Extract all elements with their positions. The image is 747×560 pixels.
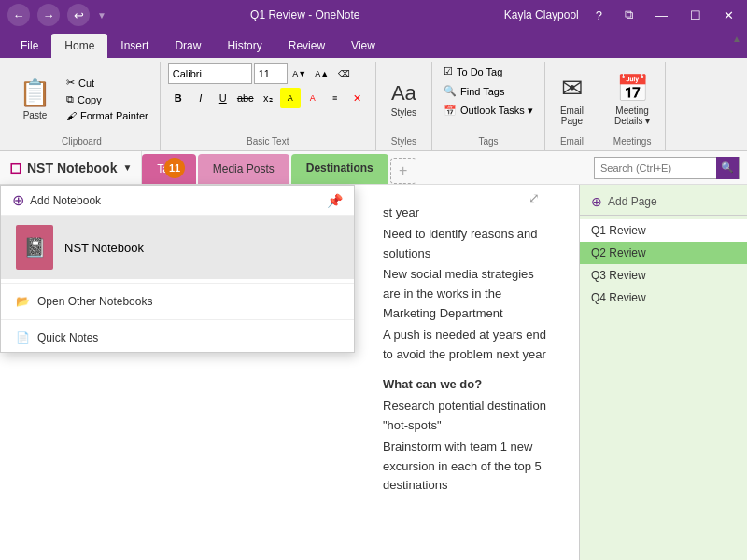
format-buttons: B I U abc x₂ A A ≡ ✕ [168, 88, 368, 108]
undo-button[interactable]: ↩ [67, 4, 90, 26]
quick-notes-button[interactable]: 📄 Quick Notes [1, 324, 354, 352]
tags-label: Tags [478, 136, 498, 148]
page-item-q1[interactable]: Q1 Review [580, 219, 747, 242]
title-bar-title: Q1 Review - OneNote [106, 8, 504, 21]
meetings-content: 📅 Meeting Details ▾ [607, 63, 657, 134]
email-label: Email Page [560, 105, 584, 126]
tab-draw[interactable]: Draw [162, 34, 214, 58]
basic-text-label: Basic Text [247, 136, 289, 148]
user-name: Kayla Claypool [504, 8, 579, 21]
close-button[interactable]: ✕ [718, 7, 740, 24]
page-item-q3[interactable]: Q3 Review [580, 264, 747, 287]
notebook-badge: 11 [164, 158, 185, 178]
increase-font-button[interactable]: A▲ [312, 63, 332, 84]
ribbon-tab-row: File Home Insert Draw History Review Vie… [0, 30, 747, 58]
font-name-input[interactable] [168, 63, 252, 84]
subscript-button[interactable]: x₂ [258, 88, 278, 108]
cut-button[interactable]: ✂Cut [63, 75, 152, 91]
back-button[interactable]: ← [7, 4, 30, 26]
notebook-dropdown: ⊕ Add Notebook 📌 📓 NST Notebook 📂 Open O… [0, 185, 355, 353]
restore-button[interactable]: ⧉ [619, 6, 639, 24]
search-button[interactable]: 🔍 [716, 157, 739, 179]
title-bar-left: ← → ↩ ▼ [7, 4, 106, 26]
tags-content: ☑ To Do Tag 🔍 Find Tags 📅 Outlook Tasks … [440, 63, 537, 134]
meetings-label: Meetings [613, 136, 652, 148]
meeting-details-button[interactable]: 📅 Meeting Details ▾ [607, 65, 657, 133]
copy-button[interactable]: ⧉Copy [63, 91, 152, 107]
remove-format-button[interactable]: ✕ [347, 88, 368, 108]
tab-media-posts[interactable]: Media Posts [198, 154, 289, 184]
outlook-tasks-button[interactable]: 📅 Outlook Tasks ▾ [440, 103, 537, 119]
email-content: ✉ Email Page [553, 63, 591, 134]
tab-file[interactable]: File [7, 34, 51, 58]
styles-button[interactable]: Aa Styles [384, 65, 424, 133]
add-page-icon: ⊕ [591, 194, 602, 209]
help-button[interactable]: ? [590, 7, 608, 24]
highlight-button[interactable]: A [280, 88, 301, 108]
decrease-font-button[interactable]: A▼ [289, 63, 310, 84]
italic-button[interactable]: I [190, 88, 211, 108]
notebook-thumbnail: 📓 [16, 225, 53, 270]
notebook-icon: ◻ [9, 159, 21, 176]
meeting-icon: 📅 [616, 73, 649, 104]
clear-format-button[interactable]: ⌫ [334, 63, 355, 84]
align-button[interactable]: ≡ [325, 88, 345, 108]
ribbon-collapse-button[interactable]: ▲ [726, 30, 747, 48]
page-item-q2[interactable]: Q2 Review [580, 242, 747, 264]
page-item-q4[interactable]: Q4 Review [580, 287, 747, 309]
clipboard-group: 📋 Paste ✂Cut ⧉Copy 🖌Format Painter Clipb… [4, 62, 161, 150]
tab-review[interactable]: Review [275, 34, 338, 58]
open-other-label: Open Other Notebooks [37, 295, 152, 308]
add-page-button[interactable]: ⊕ Add Page [580, 189, 747, 216]
styles-label: Styles [391, 107, 416, 118]
paste-icon: 📋 [19, 77, 51, 108]
basic-text-group: A▼ A▲ ⌫ B I U abc x₂ A A ≡ ✕ Basic Text [161, 62, 376, 150]
note-line-5: What can we do? [383, 375, 551, 395]
font-color-button[interactable]: A [303, 88, 323, 108]
styles-content: Aa Styles [384, 63, 424, 134]
tab-view[interactable]: View [338, 34, 388, 58]
font-size-input[interactable] [254, 63, 288, 84]
notebook-selector[interactable]: ◻ NST Notebook ▼ [0, 151, 142, 184]
todo-tag-button[interactable]: ☑ To Do Tag [440, 63, 537, 79]
search-input[interactable] [595, 162, 716, 174]
paste-button[interactable]: 📋 Paste [11, 65, 59, 133]
tab-insert[interactable]: Insert [107, 34, 162, 58]
minimize-button[interactable]: — [650, 7, 673, 24]
copy-icon: ⧉ [66, 93, 74, 105]
email-page-button[interactable]: ✉ Email Page [553, 65, 591, 133]
meeting-label: Meeting Details ▾ [614, 105, 650, 126]
forward-button[interactable]: → [37, 4, 60, 26]
note-line-3: New social media strategies are in the w… [383, 265, 551, 323]
tab-history[interactable]: History [214, 34, 275, 58]
add-notebook-button[interactable]: ⊕ Add Notebook [12, 191, 101, 209]
open-other-notebooks-button[interactable]: 📂 Open Other Notebooks [1, 287, 354, 315]
clipboard-content: 📋 Paste ✂Cut ⧉Copy 🖌Format Painter [11, 63, 152, 134]
note-area[interactable]: ⤢ st year Need to identify reasons and s… [355, 185, 579, 560]
email-icon: ✉ [561, 73, 583, 104]
search-box: 🔍 [594, 157, 740, 179]
find-tags-button[interactable]: 🔍 Find Tags [440, 83, 537, 99]
expand-button[interactable]: ⤢ [529, 190, 540, 205]
painter-icon: 🖌 [66, 110, 77, 121]
tab-destinations[interactable]: Destinations [291, 154, 388, 184]
find-tags-label: Find Tags [460, 86, 505, 97]
plus-icon: ⊕ [12, 191, 24, 209]
notebook-item[interactable]: 📓 NST Notebook [1, 216, 354, 279]
pin-button[interactable]: 📌 [327, 193, 343, 208]
strikethrough-button[interactable]: abc [235, 88, 256, 108]
outlook-label: Outlook Tasks ▾ [460, 105, 533, 117]
add-section-button[interactable]: + [390, 158, 416, 184]
todo-label: To Do Tag [457, 66, 502, 77]
binoculars-icon: 🔍 [444, 85, 457, 97]
maximize-button[interactable]: ☐ [684, 7, 707, 24]
bold-button[interactable]: B [168, 88, 189, 108]
ribbon: 📋 Paste ✂Cut ⧉Copy 🖌Format Painter Clipb… [0, 58, 747, 151]
add-page-label: Add Page [608, 195, 657, 208]
clipboard-small: ✂Cut ⧉Copy 🖌Format Painter [63, 75, 152, 123]
tab-home[interactable]: Home [51, 34, 107, 58]
format-painter-button[interactable]: 🖌Format Painter [63, 108, 152, 123]
divider [1, 283, 354, 284]
underline-button[interactable]: U [213, 88, 233, 108]
quick-notes-icon: 📄 [16, 331, 30, 344]
